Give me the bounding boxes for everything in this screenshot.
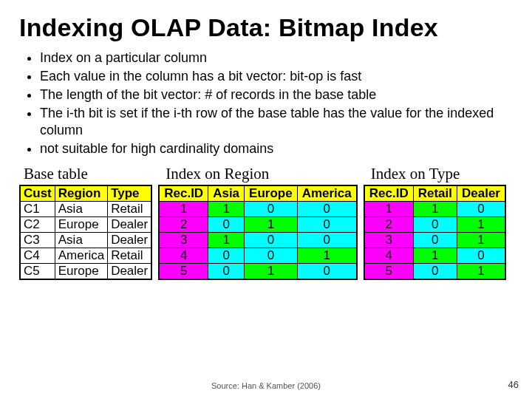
cell-bit: 0 xyxy=(457,202,505,217)
cell: C5 xyxy=(20,264,55,280)
col-header: Asia xyxy=(208,185,245,202)
cell: C2 xyxy=(20,217,55,233)
cell-bit: 0 xyxy=(297,202,357,217)
type-index-block: Index on Type Rec.ID Retail Dealer 1 1 0… xyxy=(364,165,506,280)
cell-bit: 1 xyxy=(413,248,457,264)
cell: Retail xyxy=(108,202,152,217)
col-header: Rec.ID xyxy=(364,185,413,202)
page-title: Indexing OLAP Data: Bitmap Index xyxy=(19,13,513,42)
cell: Dealer xyxy=(108,233,152,248)
cell-bit: 1 xyxy=(208,202,245,217)
cell-recid: 5 xyxy=(159,264,208,280)
cell-bit: 0 xyxy=(208,264,245,280)
cell: Europe xyxy=(55,264,107,280)
cell-bit: 1 xyxy=(413,202,457,217)
table-row: 5 0 1 xyxy=(364,264,505,280)
cell: America xyxy=(55,248,107,264)
bullet-item: The i-th bit is set if the i-th row of t… xyxy=(40,105,513,139)
cell-bit: 0 xyxy=(208,217,245,233)
cell-bit: 0 xyxy=(208,248,245,264)
table-row: C5 Europe Dealer xyxy=(20,264,151,280)
cell-bit: 1 xyxy=(245,264,298,280)
base-table: Cust Region Type C1 Asia Retail C2 Europ… xyxy=(19,185,152,280)
tables-row: Base table Cust Region Type C1 Asia Reta… xyxy=(19,165,513,280)
col-header: Region xyxy=(55,185,107,202)
table-row: C4 America Retail xyxy=(20,248,151,264)
cell-bit: 1 xyxy=(208,233,245,248)
cell: C1 xyxy=(20,202,55,217)
bullet-item: Each value in the column has a bit vecto… xyxy=(40,68,513,85)
table-row: 4 1 0 xyxy=(364,248,505,264)
caption-region: Index on Region xyxy=(158,165,358,183)
slide: Indexing OLAP Data: Bitmap Index Index o… xyxy=(0,0,532,399)
cell-bit: 0 xyxy=(297,233,357,248)
cell-bit: 0 xyxy=(297,264,357,280)
cell-bit: 1 xyxy=(457,264,505,280)
cell: C4 xyxy=(20,248,55,264)
cell-recid: 1 xyxy=(364,202,413,217)
cell: Asia xyxy=(55,202,107,217)
cell-bit: 0 xyxy=(297,217,357,233)
table-row: 2 0 1 xyxy=(364,217,505,233)
base-table-block: Base table Cust Region Type C1 Asia Reta… xyxy=(19,165,152,280)
table-row: 1 1 0 xyxy=(364,202,505,217)
col-header: Retail xyxy=(413,185,457,202)
cell-bit: 0 xyxy=(245,233,298,248)
cell-bit: 1 xyxy=(245,217,298,233)
col-header: America xyxy=(297,185,357,202)
cell-recid: 3 xyxy=(159,233,208,248)
cell-recid: 4 xyxy=(159,248,208,264)
cell-recid: 4 xyxy=(364,248,413,264)
cell-bit: 0 xyxy=(245,202,298,217)
table-row: 3 1 0 0 xyxy=(159,233,357,248)
cell: Retail xyxy=(108,248,152,264)
table-row: 1 1 0 0 xyxy=(159,202,357,217)
bullet-item: not suitable for high cardinality domain… xyxy=(40,140,513,157)
page-number: 46 xyxy=(508,379,519,390)
col-header: Europe xyxy=(245,185,298,202)
region-index-table: Rec.ID Asia Europe America 1 1 0 0 2 0 1… xyxy=(158,185,358,280)
cell: C3 xyxy=(20,233,55,248)
table-row: 4 0 0 1 xyxy=(159,248,357,264)
cell-bit: 0 xyxy=(457,248,505,264)
cell-bit: 0 xyxy=(413,233,457,248)
cell-bit: 1 xyxy=(457,217,505,233)
table-header-row: Cust Region Type xyxy=(20,185,151,202)
cell-bit: 0 xyxy=(413,264,457,280)
footer-source: Source: Han & Kamber (2006) xyxy=(0,381,532,390)
cell: Dealer xyxy=(108,264,152,280)
caption-type: Index on Type xyxy=(364,165,506,183)
table-row: C1 Asia Retail xyxy=(20,202,151,217)
col-header: Dealer xyxy=(457,185,505,202)
cell-recid: 2 xyxy=(364,217,413,233)
cell-recid: 2 xyxy=(159,217,208,233)
cell-bit: 0 xyxy=(413,217,457,233)
cell-recid: 5 xyxy=(364,264,413,280)
cell-bit: 0 xyxy=(245,248,298,264)
table-row: C2 Europe Dealer xyxy=(20,217,151,233)
table-row: 5 0 1 0 xyxy=(159,264,357,280)
type-index-table: Rec.ID Retail Dealer 1 1 0 2 0 1 3 0 xyxy=(364,185,506,280)
bullet-item: Index on a particular column xyxy=(40,50,513,66)
cell-recid: 1 xyxy=(159,202,208,217)
bullet-item: The length of the bit vector: # of recor… xyxy=(40,86,513,103)
cell-bit: 1 xyxy=(457,233,505,248)
col-header: Cust xyxy=(20,185,55,202)
region-index-block: Index on Region Rec.ID Asia Europe Ameri… xyxy=(158,165,358,280)
col-header: Rec.ID xyxy=(159,185,208,202)
bullet-list: Index on a particular column Each value … xyxy=(40,50,513,157)
table-row: 3 0 1 xyxy=(364,233,505,248)
cell: Europe xyxy=(55,217,107,233)
cell-bit: 1 xyxy=(297,248,357,264)
table-header-row: Rec.ID Asia Europe America xyxy=(159,185,357,202)
cell: Dealer xyxy=(108,217,152,233)
col-header: Type xyxy=(108,185,152,202)
cell-recid: 3 xyxy=(364,233,413,248)
caption-base: Base table xyxy=(19,165,152,183)
cell: Asia xyxy=(55,233,107,248)
table-row: 2 0 1 0 xyxy=(159,217,357,233)
table-row: C3 Asia Dealer xyxy=(20,233,151,248)
table-header-row: Rec.ID Retail Dealer xyxy=(364,185,505,202)
